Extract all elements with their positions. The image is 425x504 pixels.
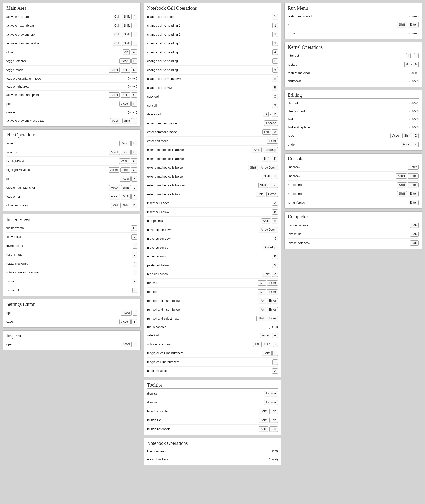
shortcut-row[interactable]: flip verticalV — [7, 233, 137, 242]
shortcut-row[interactable]: clear all(unset) — [288, 99, 418, 107]
shortcut-keys[interactable]: B — [272, 209, 278, 215]
shortcut-keys[interactable]: (unset) — [269, 458, 278, 461]
shortcut-keys[interactable]: (unset) — [409, 117, 418, 121]
shortcut-keys[interactable]: AccelShiftG — [109, 167, 137, 173]
shortcut-row[interactable]: merge cellsShiftM — [147, 217, 278, 226]
shortcut-keys[interactable]: AccelShift' — [110, 118, 137, 123]
shortcut-row[interactable]: paste cell belowV — [147, 261, 278, 270]
shortcut-row[interactable]: extend marked cells topShiftHome — [147, 190, 278, 199]
shortcut-row[interactable]: run forcedShiftEnter — [288, 181, 418, 190]
shortcut-keys[interactable]: ShiftK — [262, 156, 278, 162]
shortcut-row[interactable]: dismissEscape — [147, 389, 278, 398]
shortcut-row[interactable]: activate next tab barCtrlShift. — [7, 21, 137, 30]
shortcut-keys[interactable]: 3 — [272, 41, 278, 46]
shortcut-row[interactable]: undo cell actionZ — [147, 367, 278, 375]
shortcut-row[interactable]: change cell to heading 11 — [147, 21, 278, 30]
shortcut-row[interactable]: reset image0 — [7, 251, 137, 259]
shortcut-keys[interactable]: AccelShiftF — [109, 194, 137, 199]
shortcut-keys[interactable]: AccelShiftZ — [391, 133, 418, 138]
shortcut-keys[interactable]: CtrlM — [262, 129, 278, 135]
shortcut-row[interactable]: clear current(unset) — [288, 107, 418, 115]
shortcut-keys[interactable]: I-I — [406, 53, 418, 58]
shortcut-row[interactable]: close and cleanupCtrlShiftQ — [7, 201, 137, 210]
shortcut-row[interactable]: invoke consoleTab — [288, 221, 418, 230]
shortcut-row[interactable]: printAccelP — [7, 99, 137, 109]
shortcut-keys[interactable]: AltEnter — [259, 298, 278, 304]
shortcut-row[interactable]: launch notebookShiftTab — [147, 425, 278, 433]
shortcut-keys[interactable]: Tab — [410, 232, 418, 237]
shortcut-keys[interactable]: AccelP — [120, 101, 137, 107]
shortcut-keys[interactable]: M — [272, 76, 278, 82]
shortcut-row[interactable]: extend marked cells belowShiftJ — [147, 172, 278, 181]
shortcut-keys[interactable]: ShiftHome — [256, 191, 278, 197]
shortcut-keys[interactable]: CtrlShift[ — [113, 32, 137, 37]
shortcut-keys[interactable]: ShiftM — [261, 218, 278, 224]
shortcut-keys[interactable]: Enter — [408, 200, 418, 205]
shortcut-keys[interactable]: Y — [272, 14, 278, 19]
shortcut-keys[interactable]: Escape — [264, 400, 278, 405]
shortcut-keys[interactable]: AccelEnter — [396, 173, 418, 179]
shortcut-keys[interactable]: CtrlShift, — [113, 41, 137, 46]
shortcut-row[interactable]: create(unset) — [7, 109, 137, 116]
shortcut-row[interactable]: openAccelI — [7, 340, 137, 349]
shortcut-keys[interactable]: ShiftTab — [259, 409, 278, 414]
shortcut-keys[interactable]: H — [131, 225, 137, 231]
shortcut-row[interactable]: activate previously used tabAccelShift' — [7, 116, 137, 125]
shortcut-row[interactable]: activate command paletteAccelShiftC — [7, 91, 137, 100]
shortcut-row[interactable]: move cursor upArrowUp — [147, 243, 278, 252]
shortcut-keys[interactable]: Tab — [410, 223, 418, 228]
shortcut-keys[interactable]: 4 — [272, 49, 278, 55]
shortcut-keys[interactable]: (unset) — [128, 110, 137, 114]
shortcut-keys[interactable]: ShiftTab — [259, 426, 278, 432]
shortcut-keys[interactable]: CtrlShift. — [113, 23, 137, 28]
shortcut-row[interactable]: run forcedShiftEnter — [288, 189, 418, 198]
shortcut-keys[interactable]: AccelS — [120, 141, 137, 146]
shortcut-keys[interactable]: ShiftEnter — [397, 191, 418, 197]
shortcut-row[interactable]: extend marked cells belowShiftArrowDown — [147, 163, 278, 172]
shortcut-keys[interactable]: AccelS — [120, 319, 137, 325]
shortcut-keys[interactable]: ShiftEnter — [256, 316, 278, 321]
shortcut-row[interactable]: extend marked cells bottomShiftEnd — [147, 181, 278, 190]
shortcut-row[interactable]: toggle left areaAccelB — [7, 57, 137, 66]
shortcut-row[interactable]: run in console(unset) — [147, 323, 278, 331]
shortcut-row[interactable]: create main launcherAccelShiftL — [7, 184, 137, 192]
shortcut-row[interactable]: launch consoleShiftTab — [147, 407, 278, 416]
shortcut-row[interactable]: run all(unset) — [288, 29, 418, 37]
shortcut-keys[interactable]: Escape — [264, 391, 278, 396]
shortcut-row[interactable]: toggle presentation mode(unset) — [7, 75, 137, 83]
shortcut-row[interactable]: change cell to codeY — [147, 12, 278, 21]
shortcut-row[interactable]: cut cellX — [147, 101, 278, 110]
shortcut-row[interactable]: activate previous tabCtrlShift[ — [7, 30, 137, 39]
shortcut-row[interactable]: toggle cell line numbersL — [147, 358, 278, 367]
shortcut-keys[interactable]: ShiftArrowDown — [248, 165, 278, 170]
shortcut-keys[interactable]: AccelB — [120, 58, 137, 64]
shortcut-row[interactable]: interruptI-I — [288, 51, 418, 60]
shortcut-row[interactable]: change cell to heading 55 — [147, 57, 278, 66]
shortcut-keys[interactable]: ShiftL — [262, 351, 278, 356]
shortcut-row[interactable]: invoke fileTab — [288, 230, 418, 239]
shortcut-row[interactable]: flip horizontalH — [7, 224, 137, 233]
shortcut-row[interactable]: launch fileShiftTab — [147, 416, 278, 425]
shortcut-keys[interactable]: 2 — [272, 32, 278, 37]
shortcut-keys[interactable]: 1 — [272, 23, 278, 28]
shortcut-keys[interactable]: L — [272, 359, 278, 365]
shortcut-keys[interactable]: CtrlEnter — [258, 280, 278, 286]
shortcut-keys[interactable]: V — [132, 234, 137, 240]
shortcut-keys[interactable]: ShiftEnter — [397, 22, 418, 27]
shortcut-keys[interactable]: (unset) — [128, 77, 137, 80]
shortcut-row[interactable]: change cell to heading 33 — [147, 39, 278, 48]
shortcut-row[interactable]: enter edit modeEnter — [147, 136, 278, 146]
shortcut-row[interactable]: copy cellC — [147, 92, 278, 101]
shortcut-row[interactable]: extend marked cells aboveShiftArrowUp — [147, 146, 278, 155]
shortcut-keys[interactable]: I — [133, 243, 137, 249]
shortcut-row[interactable]: toggle right area(unset) — [7, 83, 137, 91]
shortcut-keys[interactable]: AccelShiftS — [109, 150, 137, 155]
shortcut-keys[interactable]: 6 — [272, 67, 278, 73]
shortcut-row[interactable]: restart and run all(unset) — [288, 12, 418, 20]
shortcut-row[interactable]: find(unset) — [288, 115, 418, 123]
shortcut-row[interactable]: delete cellD-D — [147, 110, 278, 119]
shortcut-keys[interactable]: = — [132, 279, 137, 284]
shortcut-keys[interactable]: (unset) — [409, 15, 418, 18]
shortcut-row[interactable]: invoke notebookTab — [288, 239, 418, 247]
shortcut-row[interactable]: toggle mainAccelShiftF — [7, 192, 137, 201]
